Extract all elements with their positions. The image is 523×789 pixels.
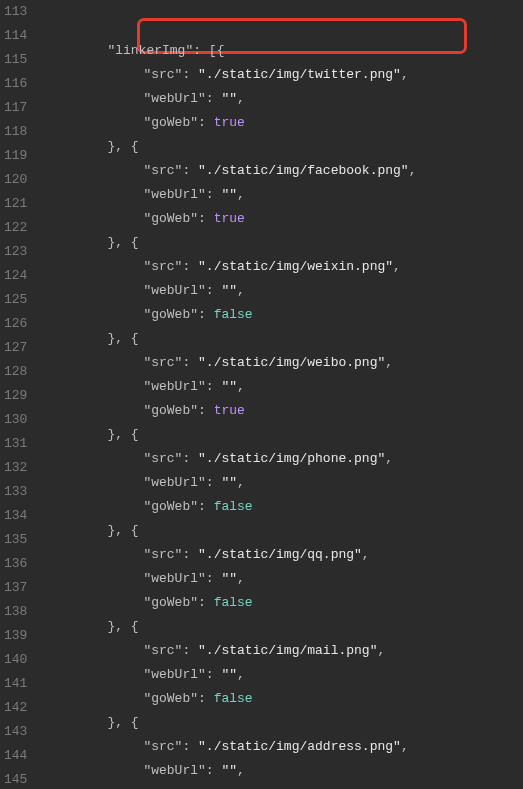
code-line[interactable]: "src": "./static/img/phone.png", <box>35 447 523 471</box>
line-number: 129 <box>4 384 27 408</box>
line-number: 113 <box>4 0 27 24</box>
line-number: 132 <box>4 456 27 480</box>
code-line[interactable]: "webUrl": "", <box>35 567 523 591</box>
code-line[interactable]: "goWeb": false <box>35 687 523 711</box>
line-number: 140 <box>4 648 27 672</box>
code-line[interactable]: }, { <box>35 615 523 639</box>
code-line[interactable]: "src": "./static/img/twitter.png", <box>35 63 523 87</box>
line-number: 115 <box>4 48 27 72</box>
code-line[interactable]: "src": "./static/img/facebook.png", <box>35 159 523 183</box>
code-line[interactable]: "goWeb": false <box>35 495 523 519</box>
code-line[interactable]: "webUrl": "", <box>35 663 523 687</box>
line-number: 117 <box>4 96 27 120</box>
code-editor[interactable]: 1131141151161171181191201211221231241251… <box>0 0 523 789</box>
code-line[interactable]: "webUrl": "", <box>35 279 523 303</box>
code-line[interactable]: "webUrl": "", <box>35 87 523 111</box>
code-line[interactable]: }, { <box>35 711 523 735</box>
code-line[interactable]: "webUrl": "", <box>35 471 523 495</box>
line-number: 139 <box>4 624 27 648</box>
line-number: 135 <box>4 528 27 552</box>
code-line[interactable]: }, { <box>35 519 523 543</box>
line-number: 137 <box>4 576 27 600</box>
line-number: 133 <box>4 480 27 504</box>
line-number: 128 <box>4 360 27 384</box>
code-line[interactable]: "linkerImg": [{ <box>35 39 523 63</box>
code-line[interactable]: "webUrl": "", <box>35 759 523 783</box>
line-number: 123 <box>4 240 27 264</box>
code-line[interactable]: "src": "./static/img/address.png", <box>35 735 523 759</box>
line-number: 145 <box>4 768 27 789</box>
code-line[interactable]: "goWeb": true <box>35 399 523 423</box>
code-area[interactable]: "linkerImg": [{"src": "./static/img/twit… <box>35 0 523 789</box>
line-number: 127 <box>4 336 27 360</box>
code-line[interactable]: "src": "./static/img/qq.png", <box>35 543 523 567</box>
line-number: 118 <box>4 120 27 144</box>
code-line[interactable]: "goWeb": false <box>35 303 523 327</box>
line-number: 119 <box>4 144 27 168</box>
code-line[interactable]: "goWeb": false <box>35 783 523 789</box>
code-line[interactable]: "src": "./static/img/mail.png", <box>35 639 523 663</box>
line-number: 130 <box>4 408 27 432</box>
code-line[interactable]: "webUrl": "", <box>35 375 523 399</box>
code-line[interactable]: "goWeb": true <box>35 207 523 231</box>
line-number: 143 <box>4 720 27 744</box>
line-number: 125 <box>4 288 27 312</box>
line-number: 141 <box>4 672 27 696</box>
code-line[interactable]: }, { <box>35 327 523 351</box>
line-number: 116 <box>4 72 27 96</box>
code-line[interactable]: }, { <box>35 423 523 447</box>
line-number: 124 <box>4 264 27 288</box>
code-line[interactable]: "src": "./static/img/weibo.png", <box>35 351 523 375</box>
line-number: 134 <box>4 504 27 528</box>
code-line[interactable]: "webUrl": "", <box>35 183 523 207</box>
code-line[interactable]: }, { <box>35 231 523 255</box>
code-line[interactable]: "goWeb": false <box>35 591 523 615</box>
line-number: 126 <box>4 312 27 336</box>
line-number: 114 <box>4 24 27 48</box>
line-number-gutter: 1131141151161171181191201211221231241251… <box>0 0 35 789</box>
code-line[interactable]: }, { <box>35 135 523 159</box>
line-number: 142 <box>4 696 27 720</box>
line-number: 138 <box>4 600 27 624</box>
line-number: 122 <box>4 216 27 240</box>
line-number: 121 <box>4 192 27 216</box>
line-number: 120 <box>4 168 27 192</box>
line-number: 136 <box>4 552 27 576</box>
code-line[interactable]: "src": "./static/img/weixin.png", <box>35 255 523 279</box>
line-number: 131 <box>4 432 27 456</box>
code-line[interactable]: "goWeb": true <box>35 111 523 135</box>
line-number: 144 <box>4 744 27 768</box>
